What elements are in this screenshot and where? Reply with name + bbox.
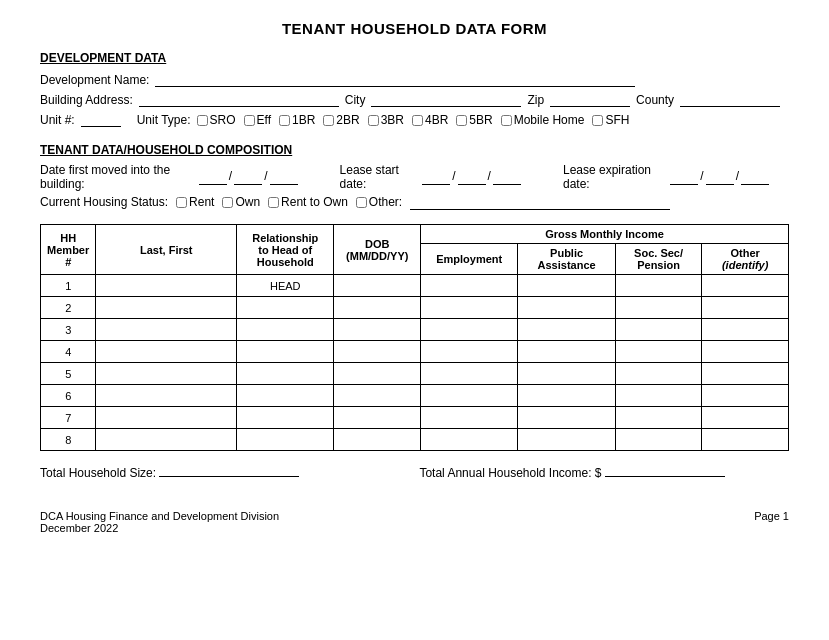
row-employment[interactable]	[421, 319, 518, 341]
row-dob[interactable]	[334, 407, 421, 429]
1br-label: 1BR	[292, 113, 315, 127]
row-soc-sec[interactable]	[615, 341, 702, 363]
row-public-assistance[interactable]	[518, 319, 615, 341]
3br-checkbox[interactable]	[368, 115, 379, 126]
lease-start-month[interactable]	[422, 169, 450, 185]
1br-checkbox[interactable]	[279, 115, 290, 126]
lease-exp-year[interactable]	[741, 169, 769, 185]
row-dob[interactable]	[334, 385, 421, 407]
row-relationship[interactable]	[237, 429, 334, 451]
row-dob[interactable]	[334, 429, 421, 451]
sro-checkbox[interactable]	[197, 115, 208, 126]
row-other[interactable]	[702, 319, 789, 341]
row-dob[interactable]	[334, 341, 421, 363]
row-relationship[interactable]	[237, 341, 334, 363]
row-public-assistance[interactable]	[518, 363, 615, 385]
row-dob[interactable]	[334, 297, 421, 319]
row-relationship[interactable]	[237, 385, 334, 407]
unit-label: Unit #:	[40, 113, 75, 127]
unit-number-field[interactable]	[81, 111, 121, 127]
row-other[interactable]	[702, 341, 789, 363]
row-name[interactable]	[96, 341, 237, 363]
row-public-assistance[interactable]	[518, 275, 615, 297]
unit-type-label: Unit Type:	[137, 113, 191, 127]
row-other[interactable]	[702, 429, 789, 451]
row-name[interactable]	[96, 319, 237, 341]
2br-checkbox[interactable]	[323, 115, 334, 126]
row-dob[interactable]	[334, 363, 421, 385]
5br-checkbox[interactable]	[456, 115, 467, 126]
row-name[interactable]	[96, 407, 237, 429]
row-soc-sec[interactable]	[615, 319, 702, 341]
row-public-assistance[interactable]	[518, 385, 615, 407]
row-public-assistance[interactable]	[518, 407, 615, 429]
household-size-field[interactable]	[159, 461, 299, 477]
row-public-assistance[interactable]	[518, 341, 615, 363]
row-employment[interactable]	[421, 429, 518, 451]
lease-exp-month[interactable]	[670, 169, 698, 185]
other-status-field[interactable]	[410, 194, 670, 210]
row-relationship[interactable]	[237, 319, 334, 341]
sfh-checkbox-item: SFH	[592, 113, 629, 127]
city-field[interactable]	[371, 91, 521, 107]
row-employment[interactable]	[421, 385, 518, 407]
row-soc-sec[interactable]	[615, 385, 702, 407]
household-size-group: Total Household Size:	[40, 461, 299, 480]
development-name-field[interactable]	[155, 71, 635, 87]
eff-checkbox[interactable]	[244, 115, 255, 126]
row-other[interactable]	[702, 275, 789, 297]
annual-income-field[interactable]	[605, 461, 725, 477]
row-dob[interactable]	[334, 319, 421, 341]
table-row: 2	[41, 297, 789, 319]
row-name[interactable]	[96, 275, 237, 297]
development-name-line: Development Name:	[40, 71, 789, 87]
row-soc-sec[interactable]	[615, 297, 702, 319]
row-relationship[interactable]	[237, 363, 334, 385]
row-soc-sec[interactable]	[615, 275, 702, 297]
sfh-checkbox[interactable]	[592, 115, 603, 126]
row-other[interactable]	[702, 297, 789, 319]
row-relationship[interactable]: HEAD	[237, 275, 334, 297]
row-name[interactable]	[96, 363, 237, 385]
other-checkbox[interactable]	[356, 197, 367, 208]
row-soc-sec[interactable]	[615, 363, 702, 385]
date-moved-year[interactable]	[270, 169, 298, 185]
row-public-assistance[interactable]	[518, 429, 615, 451]
date-moved-label: Date first moved into the building:	[40, 163, 193, 191]
row-name[interactable]	[96, 429, 237, 451]
4br-checkbox-item: 4BR	[412, 113, 448, 127]
rent-to-own-checkbox[interactable]	[268, 197, 279, 208]
row-other[interactable]	[702, 407, 789, 429]
county-field[interactable]	[680, 91, 780, 107]
2br-checkbox-item: 2BR	[323, 113, 359, 127]
lease-start-field: / /	[422, 169, 521, 185]
row-employment[interactable]	[421, 341, 518, 363]
row-relationship[interactable]	[237, 407, 334, 429]
row-other[interactable]	[702, 385, 789, 407]
row-soc-sec[interactable]	[615, 429, 702, 451]
building-address-field[interactable]	[139, 91, 339, 107]
row-employment[interactable]	[421, 407, 518, 429]
row-public-assistance[interactable]	[518, 297, 615, 319]
lease-start-year[interactable]	[493, 169, 521, 185]
row-relationship[interactable]	[237, 297, 334, 319]
own-checkbox[interactable]	[222, 197, 233, 208]
row-employment[interactable]	[421, 275, 518, 297]
zip-field[interactable]	[550, 91, 630, 107]
lease-exp-day[interactable]	[706, 169, 734, 185]
row-other[interactable]	[702, 363, 789, 385]
row-name[interactable]	[96, 385, 237, 407]
tenant-section: TENANT DATA/HOUSEHOLD COMPOSITION Date f…	[40, 143, 789, 210]
mobile-home-checkbox[interactable]	[501, 115, 512, 126]
lease-start-day[interactable]	[458, 169, 486, 185]
row-name[interactable]	[96, 297, 237, 319]
row-soc-sec[interactable]	[615, 407, 702, 429]
own-label: Own	[235, 195, 260, 209]
date-moved-month[interactable]	[199, 169, 227, 185]
date-moved-day[interactable]	[234, 169, 262, 185]
4br-checkbox[interactable]	[412, 115, 423, 126]
row-employment[interactable]	[421, 297, 518, 319]
row-dob[interactable]	[334, 275, 421, 297]
row-employment[interactable]	[421, 363, 518, 385]
rent-checkbox[interactable]	[176, 197, 187, 208]
